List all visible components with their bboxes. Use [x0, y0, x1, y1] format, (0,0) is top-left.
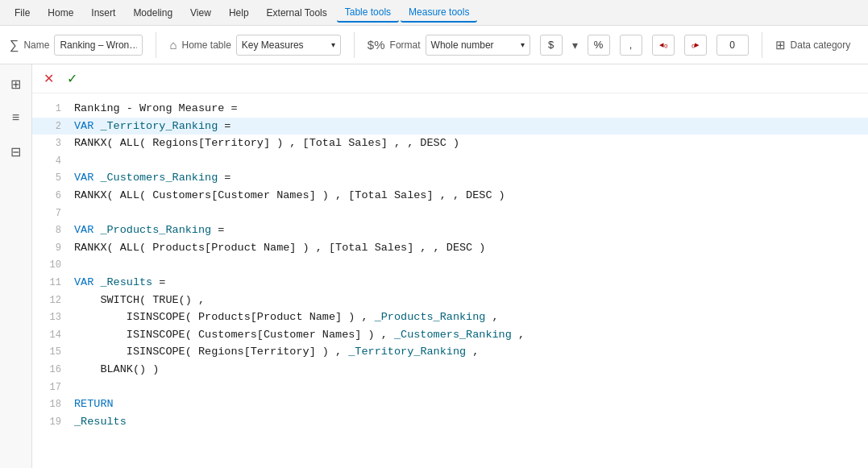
- decimal-decrease-button[interactable]: ◂₀: [652, 35, 675, 56]
- menu-view[interactable]: View: [182, 4, 219, 22]
- home-icon: ⌂: [169, 38, 177, 52]
- line-number: 11: [39, 275, 61, 291]
- line-number: 12: [39, 293, 61, 309]
- format-icon: $%: [368, 38, 385, 52]
- line-content: VAR _Territory_Ranking =: [74, 118, 230, 135]
- editor-area: ✕ ✓ 1Ranking - Wrong Measure =2VAR _Terr…: [32, 64, 868, 468]
- code-line: 12 SWITCH( TRUE() ,: [32, 292, 868, 309]
- name-group: ∑ Name: [10, 35, 143, 56]
- sidebar-icon-model[interactable]: ⊟: [5, 140, 27, 163]
- menu-home[interactable]: Home: [39, 4, 81, 22]
- line-content: VAR _Results =: [74, 274, 165, 292]
- code-line: 1Ranking - Wrong Measure =: [32, 100, 868, 118]
- code-line: 15 ISINSCOPE( Regions[Territory] ) , _Te…: [32, 343, 868, 361]
- sep2: [354, 32, 355, 58]
- decimal-input[interactable]: [716, 35, 749, 56]
- home-table-group: ⌂ Home table Key Measures ▾: [169, 35, 340, 56]
- menu-external-tools[interactable]: External Tools: [259, 4, 335, 22]
- line-number: 8: [39, 223, 61, 238]
- menu-table-tools[interactable]: Table tools: [337, 3, 399, 23]
- code-line: 17: [32, 379, 868, 396]
- percent-button[interactable]: %: [588, 35, 610, 56]
- line-content: ISINSCOPE( Products[Product Name] ) , _P…: [74, 309, 499, 326]
- sep1: [156, 32, 156, 58]
- line-number: 17: [39, 380, 61, 396]
- code-line: 3RANKX( ALL( Regions[Territory] ) , [Tot…: [32, 135, 868, 152]
- line-content: VAR _Customers_Ranking =: [74, 169, 230, 187]
- code-line: 2VAR _Territory_Ranking =: [32, 118, 868, 135]
- home-table-chevron: ▾: [331, 40, 335, 49]
- line-number: 7: [39, 206, 61, 222]
- line-number: 15: [39, 345, 61, 360]
- code-line: 5VAR _Customers_Ranking =: [32, 169, 868, 187]
- sidebar-icon-table[interactable]: ≡: [5, 106, 27, 129]
- code-editor[interactable]: 1Ranking - Wrong Measure =2VAR _Territor…: [32, 93, 868, 468]
- data-category-label: Data category: [791, 39, 851, 51]
- line-content: [74, 152, 81, 170]
- code-line: 6RANKX( ALL( Customers[Customer Names] )…: [32, 187, 868, 205]
- line-number: 2: [39, 119, 61, 135]
- line-number: 16: [39, 362, 61, 378]
- line-number: 9: [39, 241, 61, 256]
- format-value: Whole number: [431, 39, 494, 51]
- line-content: [74, 205, 81, 222]
- check-button[interactable]: ✓: [64, 69, 81, 88]
- sidebar: ⊞ ≡ ⊟: [0, 64, 32, 468]
- code-line: 9RANKX( ALL( Products[Product Name] ) , …: [32, 239, 868, 257]
- line-number: 4: [39, 154, 61, 169]
- chevron-down-icon[interactable]: ▾: [572, 39, 578, 52]
- format-group: $% Format Whole number ▾: [368, 35, 530, 56]
- code-line: 13 ISINSCOPE( Products[Product Name] ) ,…: [32, 309, 868, 326]
- code-line: 8VAR _Products_Ranking =: [32, 222, 868, 239]
- home-table-dropdown[interactable]: Key Measures ▾: [236, 35, 341, 56]
- close-button[interactable]: ✕: [40, 69, 57, 88]
- sidebar-icon-grid[interactable]: ⊞: [5, 72, 27, 95]
- home-table-value: Key Measures: [242, 39, 304, 51]
- format-dropdown[interactable]: Whole number ▾: [426, 35, 530, 56]
- line-content: RANKX( ALL( Regions[Territory] ) , [Tota…: [74, 135, 459, 152]
- line-number: 5: [39, 171, 61, 186]
- line-number: 6: [39, 188, 61, 204]
- line-content: [74, 379, 81, 396]
- line-content: ISINSCOPE( Regions[Territory] ) , _Terri…: [74, 343, 479, 361]
- line-number: 18: [39, 397, 61, 412]
- decimal-increase-button[interactable]: ₀▸: [684, 35, 707, 56]
- line-content: RANKX( ALL( Products[Product Name] ) , […: [74, 239, 485, 257]
- name-input[interactable]: [54, 35, 143, 56]
- name-label: Name: [23, 39, 49, 51]
- measure-icon: ∑: [10, 38, 19, 52]
- format-label: Format: [390, 39, 421, 51]
- comma-button[interactable]: ,: [620, 35, 642, 56]
- line-number: 14: [39, 328, 61, 343]
- line-content: VAR _Products_Ranking =: [74, 222, 224, 239]
- line-number: 1: [39, 101, 61, 117]
- ribbon: ∑ Name ⌂ Home table Key Measures ▾ $% Fo…: [0, 26, 868, 64]
- data-category-group: ⊞ Data category: [775, 38, 851, 52]
- line-content: _Results: [74, 413, 127, 431]
- menu-file[interactable]: File: [6, 4, 38, 22]
- code-line: 14 ISINSCOPE( Customers[Customer Names] …: [32, 326, 868, 344]
- line-content: RETURN: [74, 396, 114, 413]
- format-chevron: ▾: [521, 40, 525, 49]
- line-content: ISINSCOPE( Customers[Customer Names] ) ,…: [74, 326, 525, 344]
- code-line: 7: [32, 205, 868, 222]
- line-content: RANKX( ALL( Customers[Customer Names] ) …: [74, 187, 505, 205]
- code-line: 11VAR _Results =: [32, 274, 868, 292]
- currency-button[interactable]: $: [540, 35, 563, 56]
- code-line: 4: [32, 152, 868, 170]
- menu-modeling[interactable]: Modeling: [125, 4, 181, 22]
- data-category-icon: ⊞: [775, 38, 786, 52]
- code-line: 16 BLANK() ): [32, 361, 868, 379]
- code-line: 19_Results: [32, 413, 868, 431]
- line-number: 13: [39, 310, 61, 325]
- line-content: SWITCH( TRUE() ,: [74, 292, 205, 309]
- menu-help[interactable]: Help: [221, 4, 257, 22]
- main-area: ⊞ ≡ ⊟ ✕ ✓ 1Ranking - Wrong Measure =2VAR…: [0, 64, 868, 468]
- menu-insert[interactable]: Insert: [83, 4, 123, 22]
- menu-measure-tools[interactable]: Measure tools: [401, 3, 477, 23]
- line-number: 19: [39, 415, 61, 430]
- line-content: [74, 256, 81, 274]
- code-line: 18RETURN: [32, 396, 868, 413]
- editor-toolbar: ✕ ✓: [32, 64, 868, 93]
- line-content: Ranking - Wrong Measure =: [74, 100, 238, 118]
